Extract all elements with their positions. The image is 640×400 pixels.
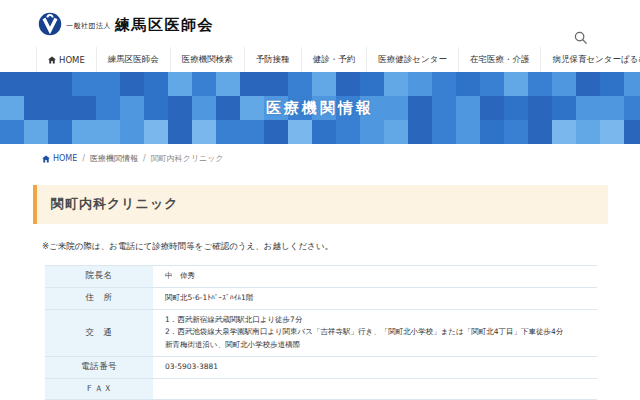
table-row-phone: 電話番号 03-5903-3881 [45, 357, 597, 379]
org-name: 練馬区医師会 [115, 16, 214, 36]
banner-title: 医療機関情報 [0, 72, 640, 144]
nav-item-label: 病児保育センターぱるむ [552, 54, 640, 66]
breadcrumb: HOME / 医療機関情報 / 関町内科クリニック [42, 153, 640, 164]
main-nav: HOME 練馬区医師会 医療機関検索 予防接種 健診・予約 医療健診センター 在… [0, 47, 640, 72]
row-label: 交 通 [45, 310, 153, 356]
table-row-address: 住 所 関町北5-6-1ﾄﾊﾟｰｽﾞﾊｲﾑ1階 [45, 288, 597, 310]
nav-item-home-care[interactable]: 在宅医療・介護 [459, 47, 542, 72]
medical-association-emblem-icon [38, 12, 62, 36]
row-label: 住 所 [45, 288, 153, 309]
nav-item-label: HOME [59, 55, 85, 65]
nav-item-sick-child-care[interactable]: 病児保育センターぱるむ [541, 47, 640, 72]
nav-item-label: 医療健診センター [378, 54, 447, 66]
row-label: 電話番号 [45, 357, 153, 378]
nav-item-label: 健診・予約 [313, 54, 356, 66]
row-value: 1．西武新宿線武蔵関駅北口より徒歩7分 2．西武池袋線大泉学園駅南口より関東バス… [153, 310, 597, 356]
site-header: 一般社団法人 練馬区医師会 [0, 0, 640, 47]
site-logo[interactable]: 一般社団法人 練馬区医師会 [38, 12, 214, 36]
org-type-label: 一般社団法人 [66, 21, 111, 36]
breadcrumb-institution-info-link[interactable]: 医療機関情報 [90, 153, 138, 164]
clinic-info-table: 院長名 中 偉秀 住 所 関町北5-6-1ﾄﾊﾟｰｽﾞﾊｲﾑ1階 交 通 1．西… [45, 265, 597, 400]
row-label: ＦＡＸ [45, 379, 153, 399]
row-label: 院長名 [45, 266, 153, 287]
breadcrumb-separator: / [143, 154, 146, 163]
table-row-director: 院長名 中 偉秀 [45, 266, 597, 288]
search-icon[interactable] [574, 31, 588, 45]
row-value: 03-5903-3881 [153, 357, 597, 378]
page-title: 関町内科クリニック [33, 185, 608, 224]
home-icon [42, 155, 50, 163]
nav-item-association[interactable]: 練馬区医師会 [97, 47, 171, 72]
nav-item-home[interactable]: HOME [36, 47, 97, 72]
nav-item-institution-search[interactable]: 医療機関検索 [171, 47, 245, 72]
breadcrumb-separator: / [82, 154, 85, 163]
hero-banner: 医療機関情報 [0, 72, 640, 144]
nav-item-label: 練馬区医師会 [108, 54, 159, 66]
breadcrumb-home-link[interactable]: HOME [42, 154, 77, 163]
main-content: 関町内科クリニック ※ご来院の際は、お電話にて診療時間等をご確認のうえ、お越しく… [0, 185, 640, 400]
row-value: 中 偉秀 [153, 266, 597, 287]
nav-item-label: 予防接種 [256, 54, 290, 66]
nav-item-label: 在宅医療・介護 [470, 54, 530, 66]
nav-item-medical-checkup-center[interactable]: 医療健診センター [367, 47, 459, 72]
nav-item-checkup-reservation[interactable]: 健診・予約 [302, 47, 368, 72]
table-row-fax: ＦＡＸ [45, 379, 597, 400]
visit-notice: ※ご来院の際は、お電話にて診療時間等をご確認のうえ、お越しください。 [42, 241, 600, 253]
row-value [153, 379, 597, 399]
nav-item-label: 医療機関検索 [182, 54, 233, 66]
table-row-access: 交 通 1．西武新宿線武蔵関駅北口より徒歩7分 2．西武池袋線大泉学園駅南口より… [45, 310, 597, 357]
breadcrumb-current-page: 関町内科クリニック [151, 153, 224, 164]
home-icon [48, 56, 56, 64]
nav-item-vaccination[interactable]: 予防接種 [245, 47, 302, 72]
breadcrumb-label: HOME [53, 154, 77, 163]
row-value: 関町北5-6-1ﾄﾊﾟｰｽﾞﾊｲﾑ1階 [153, 288, 597, 309]
